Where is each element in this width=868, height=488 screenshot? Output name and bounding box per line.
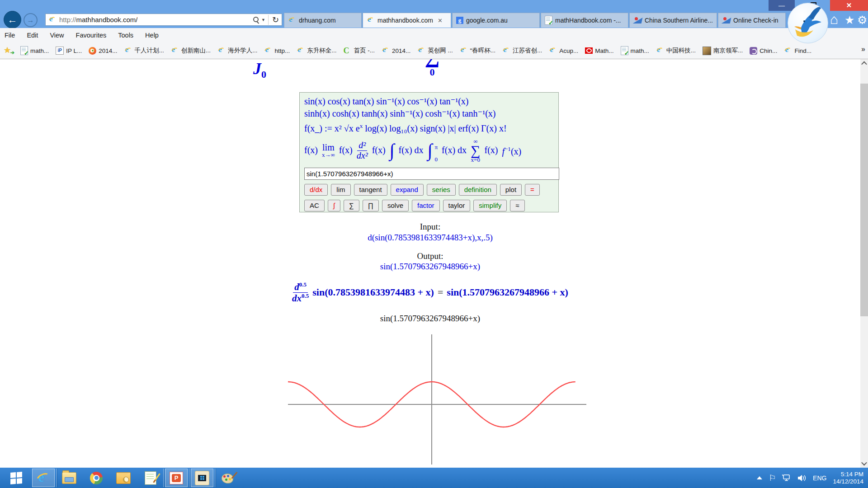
settings-gear-icon[interactable]: ⚙ xyxy=(857,14,867,26)
button-[interactable]: ∏ xyxy=(363,200,379,211)
button-ddx[interactable]: d/dx xyxy=(304,184,328,196)
back-button[interactable]: ← xyxy=(4,11,21,28)
favorite-item-19[interactable]: Chin... xyxy=(750,47,777,55)
favorite-item-2[interactable]: iPIP L... xyxy=(56,47,82,55)
speaker-icon[interactable] xyxy=(797,474,807,482)
browser-tab-mathhandbook-com-[interactable]: mathHandbook.com -... xyxy=(541,13,628,28)
menu-view[interactable]: View xyxy=(50,32,64,39)
browser-tab-mathhandbook-com[interactable]: emathhandbook.com✕ xyxy=(363,13,451,28)
button-simplify[interactable]: simplify xyxy=(473,200,507,211)
action-center-flag-icon[interactable]: ⚐ xyxy=(769,474,776,482)
menu-help[interactable]: Help xyxy=(145,32,159,39)
favorite-item-11[interactable]: e英创网 ... xyxy=(417,47,453,55)
add-favorite-button[interactable] xyxy=(4,46,14,55)
button-factor[interactable]: factor xyxy=(412,200,440,211)
close-button[interactable]: ✕ xyxy=(830,0,868,11)
favorite-item-16[interactable]: math... xyxy=(621,46,649,55)
taskbar: eP ⚐ ENG 5:14 PM 14/12/2014 xyxy=(0,468,868,488)
button-[interactable]: = xyxy=(525,184,540,196)
rdp-icon xyxy=(195,471,209,485)
language-indicator[interactable]: ENG xyxy=(813,474,826,482)
network-icon[interactable] xyxy=(782,474,791,482)
menu-edit[interactable]: Edit xyxy=(27,32,38,39)
taskbar-paint[interactable] xyxy=(217,469,239,487)
button-[interactable]: ∫ xyxy=(328,200,340,211)
button-lim[interactable]: lim xyxy=(331,184,350,196)
doccheck-icon xyxy=(545,16,552,25)
menu-file[interactable]: File xyxy=(5,32,15,39)
operator-buttons-row2: AC∫∑∏solvefactortaylorsimplify≈ xyxy=(304,200,554,211)
ie-big-icon: e xyxy=(36,471,51,485)
favorite-item-1[interactable]: math... xyxy=(20,46,49,55)
refresh-icon[interactable]: ↻ xyxy=(268,15,279,25)
button-[interactable]: ∑ xyxy=(344,200,359,211)
ie-icon: e xyxy=(382,47,390,55)
home-icon[interactable]: ⌂ xyxy=(830,13,838,26)
favorite-item-3[interactable]: 2014... xyxy=(89,47,117,55)
taskbar-explorer[interactable] xyxy=(58,469,80,487)
taskbar-remote-desktop[interactable] xyxy=(191,469,213,487)
scroll-up-arrow[interactable] xyxy=(860,60,868,67)
chrome-icon xyxy=(90,472,103,484)
browser-tab-drhuang-com[interactable]: edrhuang.com xyxy=(284,13,362,28)
taskbar-separator xyxy=(163,469,164,487)
favorite-item-13[interactable]: e江苏省创... xyxy=(502,47,542,55)
favorite-item-6[interactable]: e海外学人... xyxy=(217,47,257,55)
button-plot[interactable]: plot xyxy=(500,184,522,196)
tray-expand-icon[interactable] xyxy=(757,476,762,479)
favorite-item-7[interactable]: ehttp... xyxy=(264,47,290,55)
output-expression: sin(1.5707963267948966+x) xyxy=(0,262,860,272)
button-expand[interactable]: expand xyxy=(391,184,424,196)
plot-title-expression: sin(1.5707963267948966+x) xyxy=(0,314,860,324)
taskbar-chrome[interactable] xyxy=(85,469,108,487)
menu-favourites[interactable]: Favourites xyxy=(76,32,107,39)
scrollbar-thumb[interactable] xyxy=(860,84,868,316)
favorite-item-8[interactable]: e东升杯全... xyxy=(297,47,336,55)
browser-tab-china-southern-airline-[interactable]: China Southern Airline... xyxy=(629,13,717,28)
favorite-item-12[interactable]: e“春晖杯... xyxy=(460,47,495,55)
forward-button[interactable]: → xyxy=(24,13,38,27)
favorite-item-18[interactable]: 南京领军... xyxy=(703,47,743,55)
hyperbolic-functions-line: sinh(x) cosh(x) tanh(x) sinh⁻¹(x) cosh⁻¹… xyxy=(304,108,554,120)
clock[interactable]: 5:14 PM 14/12/2014 xyxy=(833,471,863,485)
taskbar-notepad[interactable] xyxy=(139,469,162,487)
browser-tab-online-check-in[interactable]: Online Check-in xyxy=(718,13,786,28)
input-label: Input: xyxy=(0,222,860,232)
vertical-scrollbar[interactable] xyxy=(860,59,868,468)
button-series[interactable]: series xyxy=(427,184,456,196)
button-ac[interactable]: AC xyxy=(304,200,325,211)
browser-tab-google-com-au[interactable]: ggoogle.com.au xyxy=(452,13,540,28)
address-bar[interactable]: e http://mathhandbook.com/ ▼ ↻ xyxy=(45,14,282,26)
favorite-item-4[interactable]: e千人计划... xyxy=(124,47,164,55)
ie-icon: e xyxy=(297,47,305,55)
taskbar-ie[interactable]: e xyxy=(32,469,55,487)
chevron-down-icon[interactable]: ▼ xyxy=(261,18,265,22)
minimize-button[interactable]: — xyxy=(769,0,795,11)
button-taylor[interactable]: taylor xyxy=(443,200,471,211)
button-tangent[interactable]: tangent xyxy=(354,184,387,196)
favorite-item-17[interactable]: e中国科技... xyxy=(656,47,696,55)
button-[interactable]: ≈ xyxy=(510,200,524,211)
favorite-item-10[interactable]: e2014... xyxy=(382,47,410,55)
favorite-item-14[interactable]: eAcup... xyxy=(549,47,578,55)
favorites-overflow-chevron[interactable]: » xyxy=(861,45,865,53)
favorite-item-9[interactable]: C首页 -... xyxy=(343,47,375,55)
favorites-star-icon[interactable]: ★ xyxy=(844,14,854,26)
sine-plot xyxy=(271,329,597,468)
taskbar-powerpoint[interactable]: P xyxy=(165,469,188,487)
search-icon[interactable] xyxy=(252,16,259,23)
favorite-item-5[interactable]: e创新南山... xyxy=(171,47,211,55)
expression-input[interactable] xyxy=(304,168,559,180)
taskbar-separator xyxy=(189,469,189,487)
operator-buttons-row1: d/dxlimtangentexpandseriesdefinitionplot… xyxy=(304,184,554,196)
button-solve[interactable]: solve xyxy=(382,200,409,211)
favorite-item-20[interactable]: eFind... xyxy=(784,47,811,55)
scroll-down-arrow[interactable] xyxy=(860,460,868,467)
start-button[interactable] xyxy=(5,469,28,487)
favorite-item-15[interactable]: Math... xyxy=(585,47,613,54)
input-expression: d(sin(0.7853981633974483+x),x,.5) xyxy=(0,233,860,243)
menu-tools[interactable]: Tools xyxy=(118,32,133,39)
button-definition[interactable]: definition xyxy=(459,184,497,196)
tab-close-icon[interactable]: ✕ xyxy=(438,17,443,24)
taskbar-outlook[interactable] xyxy=(112,469,135,487)
